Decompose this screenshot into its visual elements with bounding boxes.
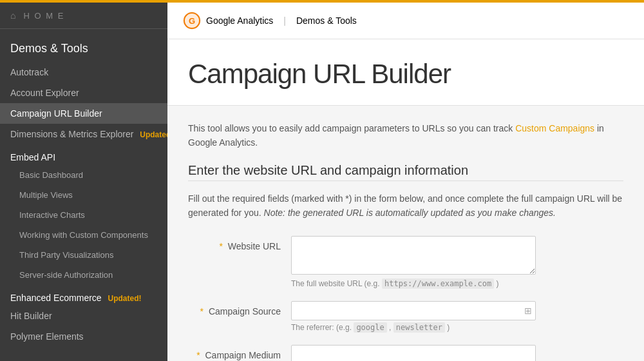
website-url-hint: The full website URL (e.g. https://www.e…	[291, 279, 623, 288]
campaign-source-hint-code1: google	[354, 322, 386, 333]
content-area: This tool allows you to easily add campa…	[167, 106, 644, 361]
custom-campaigns-link[interactable]: Custom Campaigns	[515, 123, 594, 133]
sidebar-section-enhanced-ecommerce: Enhanced Ecommerce Updated!	[0, 285, 167, 306]
campaign-medium-field-group	[291, 345, 623, 361]
header-app-title: Google Analytics	[206, 15, 273, 26]
svg-text:G: G	[189, 16, 195, 26]
campaign-source-hint: The referrer: (e.g. google , newsletter …	[291, 323, 623, 332]
form-desc-note: Note: the generated URL is automatically…	[264, 208, 556, 218]
home-icon: ⌂	[10, 10, 17, 21]
sidebar-item-autotrack[interactable]: Autotrack	[0, 62, 167, 83]
sidebar-item-custom-components[interactable]: Working with Custom Components	[0, 225, 167, 245]
section-divider	[188, 180, 623, 181]
sidebar-item-dimensions-metrics[interactable]: Dimensions & Metrics Explorer Updated!	[0, 124, 167, 144]
header-divider: |	[283, 15, 286, 26]
header-subtitle: Demos & Tools	[296, 15, 357, 26]
form-section-title: Enter the website URL and campaign infor…	[188, 163, 623, 178]
enhanced-ecommerce-badge: Updated!	[108, 294, 142, 303]
campaign-source-row: * Campaign Source ⊞ The referrer: (e.g. …	[188, 301, 623, 332]
website-url-label: * Website URL	[188, 236, 291, 251]
campaign-source-input[interactable]	[291, 301, 536, 320]
website-url-required: *	[219, 241, 222, 251]
campaign-source-required: *	[200, 306, 204, 317]
sidebar: ⌂ H O M E Demos & Tools Autotrack Accoun…	[0, 3, 167, 361]
form-description: Fill out the required fields (marked wit…	[188, 191, 623, 220]
campaign-medium-label: * Campaign Medium	[188, 345, 291, 360]
website-url-input[interactable]	[291, 236, 536, 275]
sidebar-item-server-side[interactable]: Server-side Authorization	[0, 265, 167, 285]
header-logo: G Google Analytics | Demos & Tools	[183, 12, 357, 30]
dimensions-metrics-badge: Updated!	[140, 130, 167, 139]
sidebar-item-hit-builder[interactable]: Hit Builder	[0, 306, 167, 326]
campaign-source-label: * Campaign Source	[188, 301, 291, 317]
page-title-area: Campaign URL Builder	[167, 39, 644, 106]
campaign-medium-row: * Campaign Medium	[188, 345, 623, 361]
sidebar-item-interactive-charts[interactable]: Interactive Charts	[0, 205, 167, 225]
website-url-hint-code: https://www.example.com	[382, 278, 494, 289]
intro-text: This tool allows you to easily add campa…	[188, 121, 623, 150]
sidebar-item-basic-dashboard[interactable]: Basic Dashboard	[0, 165, 167, 185]
website-url-row: * Website URL The full website URL (e.g.…	[188, 236, 623, 288]
sidebar-item-campaign-url-builder[interactable]: Campaign URL Builder	[0, 103, 167, 124]
campaign-medium-input[interactable]	[291, 345, 536, 361]
campaign-medium-required: *	[196, 350, 200, 360]
sidebar-home[interactable]: ⌂ H O M E	[0, 3, 167, 29]
page-title: Campaign URL Builder	[188, 59, 623, 90]
main-content: G Google Analytics | Demos & Tools Campa…	[167, 3, 644, 361]
main-header: G Google Analytics | Demos & Tools	[167, 3, 644, 39]
ga-logo-icon: G	[183, 12, 201, 30]
campaign-source-icon: ⊞	[524, 306, 532, 316]
sidebar-item-multiple-views[interactable]: Multiple Views	[0, 185, 167, 205]
sidebar-section-embed-api: Embed API	[0, 144, 167, 165]
campaign-source-hint-code2: newsletter	[393, 322, 445, 333]
campaign-source-input-wrapper: ⊞	[291, 301, 536, 320]
campaign-source-field-group: ⊞ The referrer: (e.g. google , newslette…	[291, 301, 623, 332]
sidebar-section-title: Demos & Tools	[0, 29, 167, 62]
sidebar-item-account-explorer[interactable]: Account Explorer	[0, 83, 167, 103]
sidebar-home-label: H O M E	[23, 11, 64, 21]
website-url-field-group: The full website URL (e.g. https://www.e…	[291, 236, 623, 288]
intro-prefix: This tool allows you to easily add campa…	[188, 123, 515, 133]
sidebar-item-third-party[interactable]: Third Party Visualizations	[0, 245, 167, 265]
sidebar-item-polymer-elements[interactable]: Polymer Elements	[0, 326, 167, 347]
